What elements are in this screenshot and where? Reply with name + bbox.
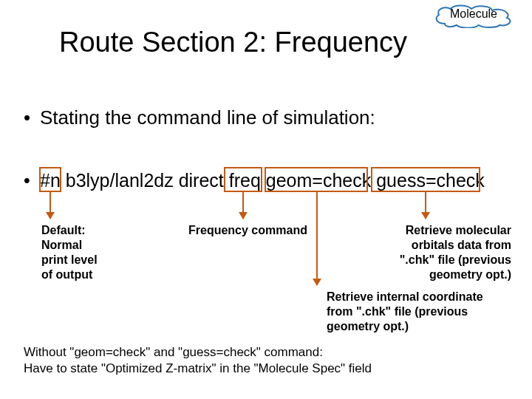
arrow-freq	[242, 192, 244, 219]
cloud-label: Molecule	[432, 3, 516, 28]
slide: Molecule Route Section 2: Frequency •Sta…	[0, 0, 532, 399]
bullet-dot-icon: •	[24, 106, 40, 129]
arrow-n	[50, 192, 51, 219]
box-geom	[265, 167, 368, 192]
page-title: Route Section 2: Frequency	[59, 27, 407, 58]
box-guess	[371, 167, 480, 192]
bullet-dot-icon: •	[24, 170, 40, 191]
cmd-mid: b3lyp/lanl2dz direct	[61, 170, 229, 191]
box-freq	[224, 167, 262, 192]
anno-guess: Retrieve molecular orbitals data from ".…	[400, 223, 511, 282]
box-n	[39, 167, 61, 192]
bullet-text: Stating the command line of simulation:	[40, 106, 375, 129]
cloud-callout: Molecule	[432, 3, 516, 28]
arrow-geom	[316, 192, 318, 285]
footer-note: Without "geom=check" and "guess=check" c…	[24, 344, 372, 377]
arrow-guess	[425, 192, 426, 219]
bullet-stating: •Stating the command line of simulation:	[24, 106, 375, 129]
anno-geom: Retrieve internal coordinate from ".chk"…	[327, 290, 483, 334]
anno-freq: Frequency command	[188, 223, 307, 238]
anno-default: Default: Normal print level of output	[41, 223, 98, 282]
